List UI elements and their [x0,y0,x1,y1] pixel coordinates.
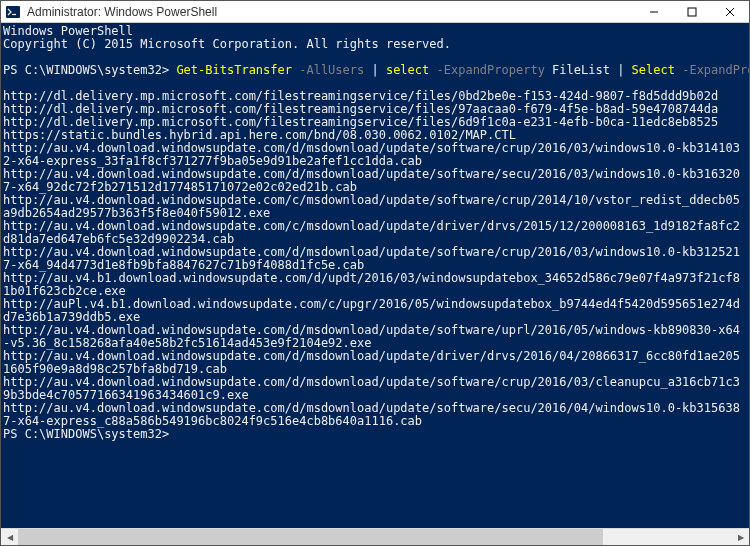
output-url: http://au.v4.download.windowsupdate.com/… [3,349,740,376]
output-url: http://au.v4.b1.download.windowsupdate.c… [3,271,740,298]
console-area[interactable]: Windows PowerShell Copyright (C) 2015 Mi… [1,23,749,528]
output-url: http://au.v4.download.windowsupdate.com/… [3,323,740,350]
arg: FileList [552,63,617,77]
cmdlet: select [386,63,429,77]
output-url: http://au.v4.download.windowsupdate.com/… [3,167,740,194]
param: -AllUsers [292,63,371,77]
scroll-left-button[interactable]: ◀ [1,529,18,545]
output-url: http://au.v4.download.windowsupdate.com/… [3,193,740,220]
close-button[interactable] [711,1,749,22]
output-url: http://au.v4.download.windowsupdate.com/… [3,245,740,272]
output-url: http://dl.delivery.mp.microsoft.com/file… [3,102,718,116]
maximize-button[interactable] [673,1,711,22]
header-line: Windows PowerShell [3,24,133,38]
scroll-right-button[interactable]: ▶ [732,529,749,545]
output-url: http://dl.delivery.mp.microsoft.com/file… [3,115,718,129]
window-title: Administrator: Windows PowerShell [27,5,635,19]
output-url: http://dl.delivery.mp.microsoft.com/file… [3,89,718,103]
window-controls [635,1,749,22]
scroll-track[interactable] [18,529,732,545]
scroll-thumb[interactable] [18,529,603,545]
powershell-window: Administrator: Windows PowerShell Window… [0,0,750,546]
minimize-button[interactable] [635,1,673,22]
output-url: http://au.v4.download.windowsupdate.com/… [3,141,740,168]
pipe: | [617,63,631,77]
svg-rect-3 [688,8,696,16]
cmdlet: Select [632,63,675,77]
prompt: PS C:\WINDOWS\system32> [3,427,169,441]
powershell-icon [5,4,21,20]
title-bar: Administrator: Windows PowerShell [1,1,749,23]
param: -ExpandProperty [675,63,749,77]
output-url: http://au.v4.download.windowsupdate.com/… [3,401,740,428]
copyright-line: Copyright (C) 2015 Microsoft Corporation… [3,37,451,51]
prompt: PS C:\WINDOWS\system32> [3,63,176,77]
cmdlet: Get-BitsTransfer [176,63,292,77]
pipe: | [371,63,385,77]
output-url: http://au.v4.download.windowsupdate.com/… [3,219,740,246]
output-url: http://au.v4.download.windowsupdate.com/… [3,375,740,402]
output-url: https://static.bundles.hybrid.api.here.c… [3,128,516,142]
output-url: http://auPl.v4.b1.download.windowsupdate… [3,297,740,324]
param: -ExpandProperty [429,63,552,77]
horizontal-scrollbar[interactable]: ◀ ▶ [1,528,749,545]
svg-rect-0 [6,6,20,18]
